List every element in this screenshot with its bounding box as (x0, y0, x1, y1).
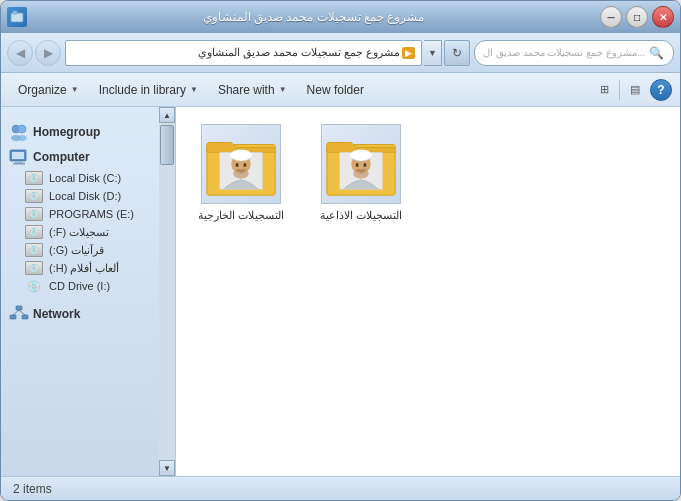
search-bar: مشروع جمع تسجيلات محمد صديق ال... 🔍 (474, 40, 674, 66)
new-folder-button[interactable]: New folder (298, 77, 373, 103)
view-extra-button[interactable]: ⊞ (591, 77, 617, 103)
sidebar-drive-i[interactable]: 💿 CD Drive (I:) (1, 277, 159, 295)
sidebar-scrollbar[interactable]: ▲ ▼ (159, 107, 175, 476)
window-title: مشروع جمع تسجيلات محمد صديق المنشاوي (31, 10, 596, 24)
scroll-up-btn[interactable]: ▲ (159, 107, 175, 123)
svg-rect-19 (230, 153, 251, 157)
sidebar-network[interactable]: Network (1, 301, 159, 327)
search-placeholder-text: مشروع جمع تسجيلات محمد صديق ال... (483, 47, 645, 58)
dropdown-arrow-icon: ▼ (428, 48, 437, 58)
homegroup-icon (9, 123, 29, 141)
address-group: ▶ مشروع جمع تسجيلات محمد صديق المنشاوي ▼… (65, 40, 470, 66)
folder-label-2: التسجيلات الاذاعية (320, 208, 402, 222)
drive-icon: 💿 (25, 171, 43, 185)
drive-icon: 💿 (25, 207, 43, 221)
organize-dropdown-icon: ▼ (71, 85, 79, 94)
svg-rect-27 (350, 153, 371, 157)
drive-icon: 💿 (25, 243, 43, 257)
svg-point-5 (17, 135, 27, 141)
folder-item-2[interactable]: التسجيلات الاذاعية (306, 117, 416, 229)
svg-rect-10 (16, 306, 22, 310)
sidebar-drive-g[interactable]: 💿 قرآنيات (G:) (1, 241, 159, 259)
content-grid: التسجيلات الخارجية (186, 117, 670, 466)
svg-point-30 (353, 169, 369, 179)
include-in-library-button[interactable]: Include in library ▼ (90, 77, 207, 103)
share-with-button[interactable]: Share with ▼ (209, 77, 296, 103)
address-dropdown-btn[interactable]: ▼ (424, 40, 442, 66)
svg-point-3 (18, 125, 26, 133)
title-bar: مشروع جمع تسجيلات محمد صديق المنشاوي ─ □… (1, 1, 680, 33)
sidebar: ▲ ▼ Homegroup (1, 107, 176, 476)
svg-line-13 (13, 310, 19, 315)
toolbar: Organize ▼ Include in library ▼ Share wi… (1, 73, 680, 107)
scroll-thumb[interactable] (160, 125, 174, 165)
scroll-down-btn[interactable]: ▼ (159, 460, 175, 476)
folder-thumbnail-2 (321, 124, 401, 204)
window-icon (7, 7, 27, 27)
sidebar-drive-d[interactable]: 💿 Local Disk (D:) (1, 187, 159, 205)
organize-button[interactable]: Organize ▼ (9, 77, 88, 103)
status-bar: 2 items (1, 476, 680, 500)
sidebar-content: Homegroup Computer 💿 Local Disk (C:) (1, 115, 159, 331)
svg-line-14 (19, 310, 25, 315)
sidebar-drive-e[interactable]: 💿 PROGRAMS (E:) (1, 205, 159, 223)
svg-point-28 (356, 163, 359, 167)
cd-icon: 💿 (25, 279, 43, 293)
drive-icon: 💿 (25, 261, 43, 275)
window-controls: ─ □ ✕ (600, 6, 674, 28)
back-button[interactable]: ◀ (7, 40, 33, 66)
svg-rect-7 (12, 152, 24, 159)
folder-badge: ▶ (402, 47, 415, 59)
include-dropdown-icon: ▼ (190, 85, 198, 94)
drive-icon: 💿 (25, 189, 43, 203)
sidebar-drive-f[interactable]: 💿 تسجيلات (F:) (1, 223, 159, 241)
main-area: ▲ ▼ Homegroup (1, 107, 680, 476)
view-layout-button[interactable]: ▤ (622, 77, 648, 103)
search-icon[interactable]: 🔍 (649, 46, 664, 60)
maximize-button[interactable]: □ (626, 6, 648, 28)
network-icon (9, 305, 29, 323)
nav-bar: ◀ ▶ ▶ مشروع جمع تسجيلات محمد صديق المنشا… (1, 33, 680, 73)
item-count: 2 items (13, 482, 52, 496)
sidebar-homegroup[interactable]: Homegroup (1, 119, 159, 145)
svg-point-22 (233, 169, 249, 179)
refresh-button[interactable]: ↻ (444, 40, 470, 66)
minimize-button[interactable]: ─ (600, 6, 622, 28)
sidebar-drive-h[interactable]: 💿 ألعاب أفلام (H:) (1, 259, 159, 277)
back-forward-group: ◀ ▶ (7, 40, 61, 66)
svg-rect-12 (22, 315, 28, 319)
sidebar-computer[interactable]: Computer (1, 145, 159, 169)
address-bar[interactable]: ▶ مشروع جمع تسجيلات محمد صديق المنشاوي (65, 40, 422, 66)
explorer-window: مشروع جمع تسجيلات محمد صديق المنشاوي ─ □… (0, 0, 681, 501)
svg-rect-1 (13, 11, 17, 14)
drive-icon: 💿 (25, 225, 43, 239)
computer-icon (9, 149, 29, 165)
help-button[interactable]: ? (650, 79, 672, 101)
folder-item-1[interactable]: التسجيلات الخارجية (186, 117, 296, 229)
scroll-track (159, 123, 175, 460)
address-text: مشروع جمع تسجيلات محمد صديق المنشاوي (198, 46, 400, 59)
folder-label-1: التسجيلات الخارجية (198, 208, 284, 222)
svg-rect-9 (13, 163, 25, 165)
svg-point-29 (363, 163, 366, 167)
svg-point-20 (236, 163, 239, 167)
share-dropdown-icon: ▼ (279, 85, 287, 94)
toolbar-separator (619, 80, 620, 100)
svg-point-21 (243, 163, 246, 167)
close-button[interactable]: ✕ (652, 6, 674, 28)
sidebar-drive-c[interactable]: 💿 Local Disk (C:) (1, 169, 159, 187)
content-area: التسجيلات الخارجية (176, 107, 680, 476)
svg-rect-11 (10, 315, 16, 319)
forward-button[interactable]: ▶ (35, 40, 61, 66)
svg-rect-0 (11, 13, 23, 22)
view-buttons-group: ⊞ ▤ ? (591, 77, 672, 103)
folder-thumbnail-1 (201, 124, 281, 204)
